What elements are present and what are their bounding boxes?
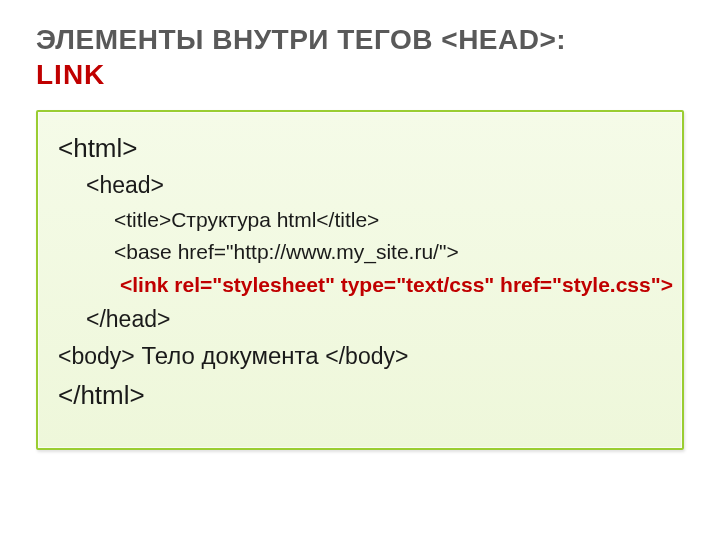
code-html-close: </html> [58, 375, 662, 415]
slide-title: ЭЛЕМЕНТЫ ВНУТРИ ТЕГОВ <HEAD>: LINK [36, 22, 684, 92]
title-line1-post: : [556, 24, 566, 55]
code-head-close: </head> [58, 302, 662, 338]
code-body-close: </body> [325, 343, 408, 369]
title-line2: LINK [36, 57, 684, 92]
code-link: <link rel="stylesheet" type="text/css" h… [58, 269, 662, 302]
code-body-text: Тело документа [135, 342, 326, 369]
code-body-line: <body> Тело документа </body> [58, 337, 662, 375]
code-example-box: <html> <head> <title>Структура html</tit… [36, 110, 684, 450]
code-head-open: <head> [58, 168, 662, 204]
code-html-open: <html> [58, 128, 662, 168]
code-title: <title>Структура html</title> [58, 204, 662, 237]
code-body-open: <body> [58, 343, 135, 369]
slide: ЭЛЕМЕНТЫ ВНУТРИ ТЕГОВ <HEAD>: LINK <html… [0, 0, 720, 540]
title-head-tag: <HEAD> [441, 24, 556, 55]
title-line1-pre: ЭЛЕМЕНТЫ ВНУТРИ ТЕГОВ [36, 24, 441, 55]
code-base: <base href="http://www.my_site.ru/"> [58, 236, 662, 269]
